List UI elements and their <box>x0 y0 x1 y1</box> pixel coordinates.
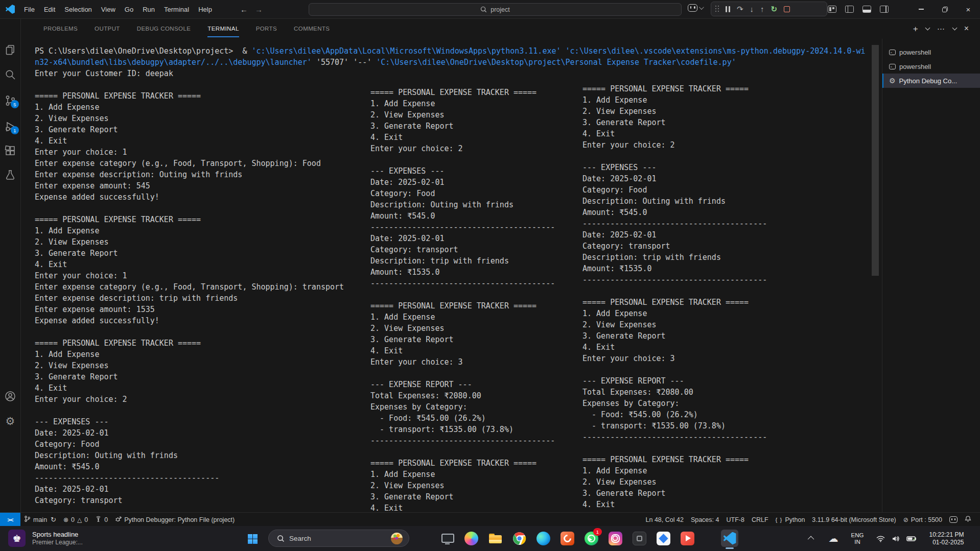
navigate-back-icon[interactable]: ← <box>240 5 248 14</box>
search-icon[interactable] <box>4 68 16 81</box>
terminal-line: Total Expenses: ₹2080.00 <box>370 390 555 401</box>
panel-tab-ports[interactable]: PORTS <box>256 18 277 39</box>
terminal-line: 2. View Expenses <box>370 109 555 121</box>
debugger-indicator[interactable]: Python Debugger: Python File (project) <box>111 513 238 526</box>
tray-overflow-chevron[interactable] <box>805 526 818 551</box>
live-server-port[interactable]: ⊘ Port : 5500 <box>900 513 946 526</box>
minimize-button[interactable] <box>909 0 933 18</box>
panel-tab-output[interactable]: OUTPUT <box>95 18 120 39</box>
start-button[interactable] <box>244 531 261 547</box>
customize-layout-icon[interactable] <box>828 6 836 13</box>
step-into-button[interactable]: ↓ <box>750 5 754 13</box>
app-icon-instagram[interactable] <box>606 530 624 547</box>
navigate-forward-icon[interactable]: → <box>255 5 263 14</box>
app-icon-red-app[interactable] <box>679 530 696 547</box>
menu-terminal[interactable]: Terminal <box>159 6 194 13</box>
panel-tab-terminal[interactable]: TERMINAL <box>207 18 239 39</box>
language-mode[interactable]: { } Python <box>772 513 809 526</box>
panel-tab-comments[interactable]: COMMENTS <box>294 18 330 39</box>
terminal-list-item-2[interactable]: >_powershell <box>882 59 980 74</box>
terminal-line: 4. Exit <box>582 342 767 353</box>
terminal-line: ---------------------------------------- <box>582 274 767 285</box>
taskbar-search[interactable]: Search <box>268 530 409 547</box>
pause-button[interactable] <box>726 6 730 12</box>
menu-go[interactable]: Go <box>120 6 138 13</box>
battery-icon[interactable] <box>904 526 919 551</box>
launch-profile-chevron-icon[interactable] <box>925 26 930 31</box>
menu-file[interactable]: File <box>19 6 39 13</box>
problems-indicator[interactable]: ⊗ 0 △ 0 <box>60 513 91 526</box>
restore-button[interactable] <box>933 0 956 18</box>
copilot-button[interactable] <box>688 4 703 12</box>
restart-button[interactable]: ↻ <box>771 5 778 13</box>
step-over-button[interactable]: ↷ <box>737 5 743 13</box>
menu-edit[interactable]: Edit <box>39 6 60 13</box>
terminal-scrollbar[interactable] <box>872 45 879 276</box>
wifi-icon[interactable] <box>874 526 887 551</box>
new-terminal-button[interactable]: + <box>913 25 918 33</box>
testing-icon[interactable] <box>4 169 16 181</box>
app-icon-dark-app[interactable] <box>631 530 648 547</box>
terminal-line: Expenses by Category: <box>370 401 555 413</box>
drag-grip-icon[interactable] <box>715 6 719 12</box>
settings-gear-icon[interactable]: ⚙ <box>4 415 16 427</box>
extensions-icon[interactable] <box>4 145 16 157</box>
app-icon-file-explorer[interactable] <box>486 530 504 547</box>
terminal-line: ===== PERSONAL EXPENSE TRACKER ===== <box>370 87 555 98</box>
debugger-label: Python Debugger: Python File (project) <box>124 516 235 523</box>
menu-selection[interactable]: Selection <box>60 6 96 13</box>
app-icon-edge[interactable] <box>534 530 552 547</box>
news-widget[interactable]: ♚ Sports headline Premier League:... <box>8 530 83 547</box>
terminal-output[interactable]: PS C:\Users\dilee\OneDrive\Desktop\proje… <box>20 39 872 512</box>
restore-panel-size-icon[interactable] <box>952 26 957 31</box>
panel-tab-debug-console[interactable]: DEBUG CONSOLE <box>137 18 191 39</box>
terminal-line: 4. Exit <box>370 132 555 143</box>
app-icon-whatsapp[interactable]: 1 <box>582 530 600 547</box>
cursor-position[interactable]: Ln 48, Col 42 <box>642 513 687 526</box>
ports-count: 0 <box>104 516 108 523</box>
ports-indicator[interactable]: 0 <box>91 513 111 526</box>
terminal-line: Description: Outing with frinds <box>582 196 767 207</box>
app-icon-office[interactable] <box>558 530 576 547</box>
terminal-line <box>370 289 555 300</box>
menu-view[interactable]: View <box>97 6 120 13</box>
app-icon-copilot[interactable] <box>462 530 480 547</box>
menu-help[interactable]: Help <box>194 6 217 13</box>
app-icon-chrome[interactable] <box>510 530 528 547</box>
more-actions-icon[interactable]: ⋯ <box>937 25 945 33</box>
notifications[interactable] <box>961 513 975 526</box>
layout-controls <box>828 0 889 18</box>
toggle-secondary-sidebar-icon[interactable] <box>880 6 889 13</box>
encoding[interactable]: UTF-8 <box>722 513 748 526</box>
onedrive-icon[interactable]: ☁ <box>826 526 841 551</box>
close-panel-icon[interactable]: × <box>964 25 969 33</box>
panel-tab-problems[interactable]: PROBLEMS <box>43 18 78 39</box>
remote-indicator[interactable]: >< <box>0 513 20 526</box>
terminal-line <box>582 364 767 375</box>
indentation[interactable]: Spaces: 4 <box>687 513 723 526</box>
python-interpreter[interactable]: 3.11.9 64-bit (Microsoft Store) <box>808 513 899 526</box>
menu-run[interactable]: Run <box>138 6 159 13</box>
app-icon-pc[interactable] <box>438 530 456 547</box>
close-button[interactable]: × <box>956 0 980 18</box>
branch-indicator[interactable]: main ↻ <box>20 513 60 526</box>
explorer-icon[interactable] <box>4 44 16 56</box>
volume-icon[interactable] <box>889 526 902 551</box>
terminal-line: 2. View Expenses <box>582 476 767 488</box>
stop-button[interactable] <box>784 6 790 12</box>
toggle-panel-icon[interactable] <box>862 6 871 13</box>
language-indicator[interactable]: ENG IN <box>848 526 867 551</box>
terminal-list-item-1[interactable]: >_powershell <box>882 45 980 59</box>
copilot-status[interactable] <box>946 513 961 526</box>
terminal-list-item-3[interactable]: ⚙Python Debug Co... <box>882 74 980 88</box>
app-icon-vscode[interactable] <box>721 530 738 547</box>
clock[interactable]: 10:22:21 PM 01-02-2025 <box>922 526 971 551</box>
app-icon-blue-app[interactable] <box>655 530 672 547</box>
command-center-search[interactable]: project <box>309 3 682 16</box>
terminal-line: 2. View Expenses <box>370 480 555 491</box>
toggle-primary-sidebar-icon[interactable] <box>845 6 854 13</box>
step-out-button[interactable]: ↑ <box>760 5 764 13</box>
eol-sequence[interactable]: CRLF <box>748 513 772 526</box>
terminal-line: 3. Generate Report <box>582 330 767 342</box>
account-icon[interactable] <box>4 390 16 402</box>
